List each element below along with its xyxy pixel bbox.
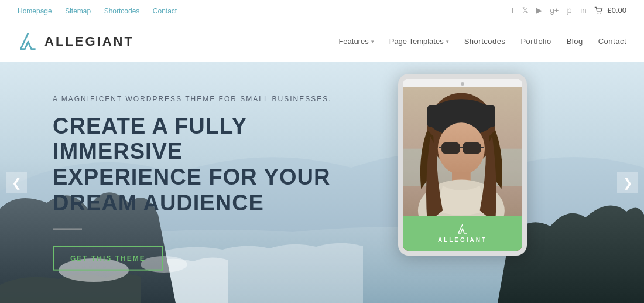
portfolio-link[interactable]: Portfolio xyxy=(520,37,551,46)
logo[interactable]: ALLEGIANT xyxy=(18,31,134,52)
topbar-contact-link[interactable]: Contact xyxy=(153,7,177,15)
nav-links: Features ▾ Page Templates ▾ Shortcodes P… xyxy=(338,37,626,46)
tablet-camera xyxy=(461,82,464,86)
top-bar: Homepage Sitemap Shortcodes Contact f 𝕏 … xyxy=(0,0,644,21)
features-chevron-icon: ▾ xyxy=(371,39,374,45)
features-dropdown[interactable]: Features ▾ xyxy=(338,37,374,46)
cart-icon xyxy=(594,6,604,15)
tablet-screen: ALLEGIANT xyxy=(403,87,522,251)
tablet-logo-icon xyxy=(457,223,468,235)
tablet-logo-text: ALLEGIANT xyxy=(438,237,487,243)
pinterest-icon[interactable]: 𝕡 xyxy=(567,6,572,15)
top-bar-right: f 𝕏 ▶ g+ 𝕡 in £0.00 xyxy=(512,6,626,15)
hero-divider xyxy=(53,229,82,230)
topbar-homepage-link[interactable]: Homepage xyxy=(18,7,52,15)
cart-area[interactable]: £0.00 xyxy=(594,6,626,15)
hero-title: CREATE A FULLY IMMERSIVE EXPERIENCE FOR … xyxy=(53,113,334,216)
svg-point-0 xyxy=(598,12,599,13)
hero-subtitle: A MAGNIFICENT WORDPRESS THEME FOR SMALL … xyxy=(53,94,334,103)
topbar-shortcodes-link[interactable]: Shortcodes xyxy=(104,7,140,15)
youtube-icon[interactable]: ▶ xyxy=(536,6,542,15)
svg-rect-12 xyxy=(463,142,481,154)
tablet-outer: ALLEGIANT xyxy=(398,74,527,256)
linkedin-icon[interactable]: in xyxy=(580,6,586,15)
top-bar-links: Homepage Sitemap Shortcodes Contact xyxy=(18,5,187,16)
logo-icon xyxy=(18,31,39,52)
features-label: Features xyxy=(338,37,368,46)
hero-prev-button[interactable]: ❮ xyxy=(6,172,27,193)
main-nav: ALLEGIANT Features ▾ Page Templates ▾ Sh… xyxy=(0,21,644,62)
hero-next-button[interactable]: ❯ xyxy=(617,172,638,193)
shortcodes-link[interactable]: Shortcodes xyxy=(464,37,506,46)
svg-rect-11 xyxy=(441,142,460,154)
tablet-mockup: ALLEGIANT xyxy=(398,74,527,256)
topbar-sitemap-link[interactable]: Sitemap xyxy=(65,7,91,15)
blog-link[interactable]: Blog xyxy=(567,37,583,46)
cart-total: £0.00 xyxy=(607,6,626,15)
next-arrow-icon: ❯ xyxy=(623,176,633,190)
page-templates-label: Page Templates xyxy=(389,37,444,46)
facebook-icon[interactable]: f xyxy=(512,6,514,15)
twitter-icon[interactable]: 𝕏 xyxy=(522,6,528,15)
hero-cta-button[interactable]: GET THIS THEME xyxy=(53,246,163,271)
logo-text: ALLEGIANT xyxy=(44,34,134,49)
tablet-bottom-bar: ALLEGIANT xyxy=(403,216,522,251)
googleplus-icon[interactable]: g+ xyxy=(550,6,559,15)
page-templates-chevron-icon: ▾ xyxy=(446,39,449,45)
page-templates-dropdown[interactable]: Page Templates ▾ xyxy=(389,37,449,46)
hero-section: ❮ A MAGNIFICENT WORDPRESS THEME FOR SMAL… xyxy=(0,62,644,303)
svg-point-1 xyxy=(601,12,602,13)
contact-link[interactable]: Contact xyxy=(598,37,626,46)
hero-content: A MAGNIFICENT WORDPRESS THEME FOR SMALL … xyxy=(53,94,334,271)
prev-arrow-icon: ❮ xyxy=(12,176,22,190)
